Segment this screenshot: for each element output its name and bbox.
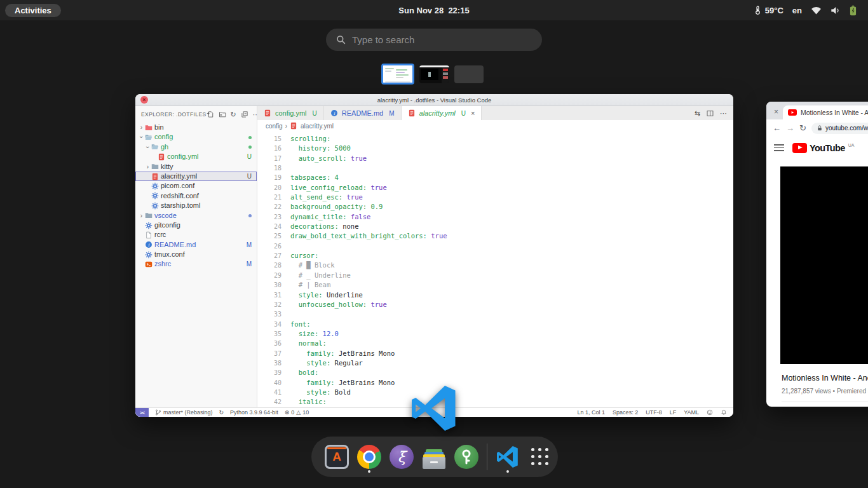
vscode-titlebar[interactable]: × alacritty.yml - .dotfiles - Visual Stu…: [135, 94, 733, 106]
breadcrumb[interactable]: config › alacritty.yml: [257, 120, 733, 132]
tree-item-label: gitconfig: [154, 220, 252, 230]
sync-icon[interactable]: ↻: [219, 409, 224, 416]
tab-config-yml[interactable]: config.yml U: [257, 106, 324, 120]
top-bar: Activities Sun Nov 28 22:15 59°C en: [0, 0, 868, 20]
tree-item-gh[interactable]: ›gh: [135, 142, 257, 152]
errors-icon: ⊗: [285, 409, 290, 416]
folder-icon: [145, 212, 154, 219]
search-bar[interactable]: Type to search: [326, 29, 542, 51]
git-branch-icon: [155, 409, 161, 416]
dock-item-emacs[interactable]: ξ: [390, 442, 414, 471]
breadcrumb-folder[interactable]: config: [266, 123, 283, 130]
forward-icon[interactable]: →: [786, 124, 794, 132]
battery-charging-icon[interactable]: [850, 5, 857, 16]
python-interpreter-status[interactable]: Python 3.9.9 64-bit: [230, 409, 278, 416]
system-status-area[interactable]: 59°C en: [754, 4, 868, 16]
mini-vscode-preview: [383, 65, 412, 83]
code-line: 16 history: 5000: [257, 144, 733, 153]
tree-item-kitty[interactable]: ›kitty: [135, 162, 257, 172]
explorer-more-actions-icon[interactable]: ⋯: [253, 111, 257, 118]
vscode-icon: [496, 445, 520, 469]
code-line: 31 style: Underline: [257, 290, 733, 300]
split-editor-icon[interactable]: [707, 110, 714, 117]
tab-alacritty-yml[interactable]: alacritty.yml U ×: [402, 106, 482, 120]
collapse-folders-icon[interactable]: [241, 111, 248, 118]
terminal-icon: [145, 261, 154, 268]
dock-item-alacritty[interactable]: A: [325, 442, 349, 471]
notifications-bell-icon[interactable]: [721, 409, 727, 416]
vscode-app-icon[interactable]: [412, 386, 457, 431]
git-status-badge: [248, 136, 252, 139]
refresh-explorer-icon[interactable]: ↻: [231, 111, 236, 118]
info-icon: i: [145, 241, 154, 248]
feedback-icon[interactable]: [707, 409, 713, 416]
tree-item-label: README.md: [154, 240, 244, 250]
keyboard-layout-indicator[interactable]: en: [792, 6, 802, 15]
lock-icon: [817, 125, 823, 132]
hamburger-menu-icon[interactable]: [774, 144, 784, 151]
code-editor[interactable]: 15scrolling:16 history: 500017 auto_scro…: [257, 132, 733, 407]
new-file-icon[interactable]: [207, 111, 214, 118]
editor-more-actions-icon[interactable]: ⋯: [720, 109, 727, 118]
dock-item-files[interactable]: [422, 442, 446, 471]
tree-item-label: rcrc: [154, 230, 252, 240]
clock[interactable]: Sun Nov 28 22:15: [0, 6, 868, 15]
dock-item-vscode[interactable]: [496, 442, 520, 471]
tree-item-vscode[interactable]: ›vscode: [135, 211, 257, 220]
code-line: 38 style: Regular: [257, 358, 733, 368]
tree-item-README.md[interactable]: iREADME.mdM: [135, 240, 257, 250]
problems-status[interactable]: ⊗ 0 △ 10: [285, 409, 309, 416]
back-icon[interactable]: ←: [773, 124, 781, 132]
workspace-thumbnail-3[interactable]: [454, 65, 484, 83]
git-status-badge: M: [247, 259, 252, 269]
volume-icon[interactable]: [831, 6, 841, 15]
new-folder-icon[interactable]: [219, 111, 226, 118]
open-changes-icon[interactable]: ⇆: [695, 109, 700, 118]
tree-item-picom.conf[interactable]: picom.conf: [135, 181, 257, 191]
file-manager-icon: [422, 445, 446, 469]
url-text: youtube.com/wa: [825, 125, 868, 132]
tab-close-icon[interactable]: ×: [471, 109, 475, 117]
tree-item-bin[interactable]: ›bin: [135, 123, 257, 132]
dock: A ξ: [311, 437, 558, 477]
tree-item-config[interactable]: ›config: [135, 132, 257, 142]
tree-item-starship.toml[interactable]: starship.toml: [135, 201, 257, 210]
activities-button[interactable]: Activities: [5, 4, 61, 17]
youtube-logo[interactable]: YouTube UA: [792, 143, 854, 153]
dock-item-chrome[interactable]: [357, 442, 381, 471]
workspace-thumbnail-1[interactable]: [381, 64, 414, 85]
tree-item-redshift.conf[interactable]: redshift.conf: [135, 191, 257, 201]
dock-item-app-grid[interactable]: [528, 442, 552, 471]
tree-item-zshrc[interactable]: zshrcM: [135, 259, 257, 269]
workspace-thumbnail-2[interactable]: [419, 65, 449, 83]
tree-item-config.yml[interactable]: config.ymlU: [135, 152, 257, 161]
tree-item-label: picom.conf: [161, 181, 252, 191]
tree-item-tmux.conf[interactable]: tmux.conf: [135, 250, 257, 259]
wifi-icon[interactable]: [811, 6, 822, 15]
eol-status[interactable]: LF: [670, 409, 677, 416]
indentation-status[interactable]: Spaces: 2: [613, 409, 638, 416]
youtube-video-player[interactable]: [780, 166, 868, 364]
tree-item-alacritty.yml[interactable]: alacritty.ymlU: [135, 172, 257, 181]
remote-indicator[interactable]: ><: [135, 408, 149, 417]
address-bar[interactable]: youtube.com/wa: [811, 123, 868, 134]
search-icon: [336, 35, 346, 44]
dock-item-passwords[interactable]: [454, 442, 478, 471]
background-tab-close-icon[interactable]: ×: [774, 107, 778, 116]
tree-item-gitconfig[interactable]: gitconfig: [135, 220, 257, 230]
tab-readme-md[interactable]: i README.md M: [324, 106, 402, 120]
tree-item-rcrc[interactable]: rcrc: [135, 230, 257, 240]
cursor-position-status[interactable]: Ln 1, Col 1: [578, 409, 606, 416]
tree-item-label: bin: [154, 123, 252, 132]
encoding-status[interactable]: UTF-8: [646, 409, 662, 416]
language-mode-status[interactable]: YAML: [684, 409, 699, 416]
git-branch-status[interactable]: master* (Rebasing): [155, 409, 213, 416]
chrome-active-tab[interactable]: Motionless In White - An: [783, 105, 868, 119]
code-line: 17 auto_scroll: true: [257, 154, 733, 163]
window-title: alacritty.yml - .dotfiles - Visual Studi…: [135, 97, 733, 104]
reload-icon[interactable]: ↻: [799, 124, 806, 132]
tree-item-label: tmux.conf: [154, 250, 252, 259]
breadcrumb-file[interactable]: alacritty.yml: [301, 123, 334, 130]
chrome-tab-strip: × Motionless In White - An: [766, 102, 868, 119]
tree-item-label: vscode: [154, 211, 246, 220]
